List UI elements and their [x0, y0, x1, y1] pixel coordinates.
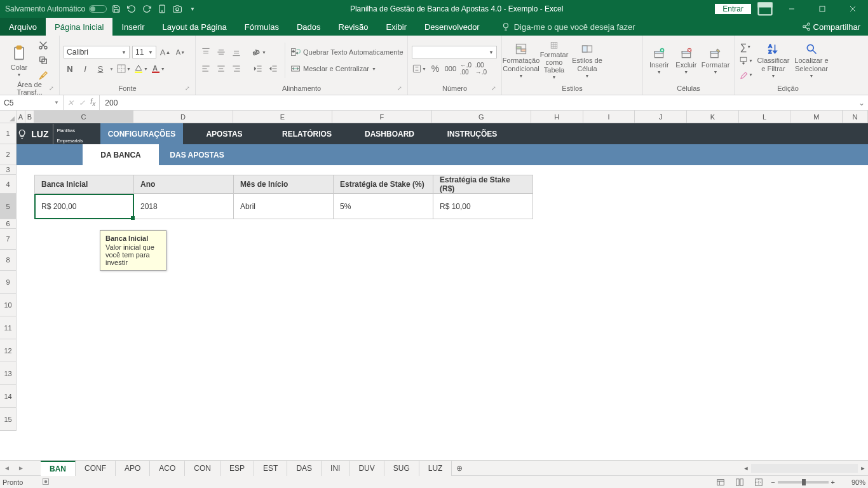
tab-formulas[interactable]: Fórmulas — [236, 18, 288, 36]
autosum-icon[interactable]: ∑▼ — [738, 40, 753, 53]
bold-button[interactable]: N — [64, 62, 76, 75]
tab-layout[interactable]: Layout da Página — [154, 18, 236, 36]
tab-developer[interactable]: Desenvolvedor — [416, 18, 489, 36]
clipboard-launcher[interactable]: ⤢ — [49, 85, 54, 92]
increase-decimal-icon[interactable]: ←.0.00 — [459, 62, 472, 75]
undo-icon[interactable] — [126, 3, 137, 15]
scroll-right-icon[interactable]: ► — [858, 465, 868, 471]
zoom-slider[interactable]: − + — [771, 478, 835, 486]
sheet-tab[interactable]: DAS — [287, 461, 322, 476]
cfg-cell-mes[interactable]: Abril — [234, 194, 334, 219]
cell-styles-button[interactable]: Estilos de Célula▼ — [572, 41, 602, 79]
align-right-icon[interactable] — [230, 62, 243, 75]
subnav-das-apostas[interactable]: DAS APOSTAS — [159, 144, 235, 165]
alignment-launcher[interactable]: ⤢ — [397, 85, 402, 92]
nav-apostas[interactable]: APOSTAS — [183, 123, 266, 144]
row-header[interactable]: 6 — [0, 219, 17, 229]
comma-format-icon[interactable]: 000 — [444, 62, 457, 75]
percent-format-icon[interactable]: % — [429, 62, 442, 75]
col-header[interactable]: M — [790, 111, 843, 123]
decrease-indent-icon[interactable] — [252, 62, 264, 75]
copy-icon[interactable] — [37, 54, 50, 67]
close-button[interactable] — [840, 0, 865, 18]
increase-indent-icon[interactable] — [267, 62, 280, 75]
sheet-nav-next-icon[interactable]: ► — [14, 461, 28, 476]
cfg-cell-stake-rs[interactable]: R$ 10,00 — [433, 194, 533, 219]
fill-color-icon[interactable]: ▼ — [133, 62, 148, 75]
cfg-cell-stake-pct[interactable]: 5% — [334, 194, 433, 219]
nav-instrucoes[interactable]: INSTRUÇÕES — [431, 123, 513, 144]
merge-center-button[interactable]: Mesclar e Centralizar ▼ — [290, 62, 403, 75]
redo-icon[interactable] — [141, 3, 153, 15]
sort-filter-button[interactable]: AZ Classificar e Filtrar▼ — [756, 41, 791, 79]
row-header[interactable]: 3 — [0, 165, 17, 175]
sheet-tab[interactable]: EST — [254, 461, 287, 476]
col-header[interactable]: G — [432, 111, 531, 123]
row-header[interactable]: 13 — [0, 362, 17, 385]
touch-mode-icon[interactable] — [156, 3, 168, 15]
borders-icon[interactable]: ▼ — [116, 62, 131, 75]
align-left-icon[interactable] — [200, 62, 212, 75]
font-launcher[interactable]: ⤢ — [185, 85, 190, 92]
sheet-tab[interactable]: SUG — [384, 461, 419, 476]
underline-button[interactable]: S — [94, 62, 107, 75]
tab-view[interactable]: Exibir — [377, 18, 416, 36]
col-header[interactable]: I — [583, 111, 635, 123]
ribbon-display-options-icon[interactable] — [756, 3, 774, 15]
expand-formula-bar-icon[interactable]: ⌄ — [855, 95, 868, 110]
zoom-in-icon[interactable]: + — [831, 478, 835, 486]
col-header[interactable]: J — [635, 111, 687, 123]
row-header[interactable]: 14 — [0, 385, 17, 408]
maximize-button[interactable] — [810, 0, 835, 18]
wrap-text-button[interactable]: ab Quebrar Texto Automaticamente — [290, 46, 403, 58]
col-header[interactable]: F — [332, 111, 431, 123]
row-header[interactable]: 5 — [0, 194, 17, 219]
row-header[interactable]: 1 — [0, 123, 17, 144]
number-launcher[interactable]: ⤢ — [491, 85, 496, 92]
sheet-tab[interactable]: ACO — [150, 461, 185, 476]
sheet-tab[interactable]: ESP — [220, 461, 254, 476]
format-painter-icon[interactable] — [37, 69, 50, 82]
page-layout-view-icon[interactable] — [733, 477, 747, 487]
row-header[interactable]: 4 — [0, 175, 17, 194]
align-center-icon[interactable] — [215, 62, 227, 75]
qat-more-icon[interactable]: ▼ — [187, 3, 198, 15]
col-header[interactable]: E — [233, 111, 332, 123]
row-header[interactable]: 8 — [0, 250, 17, 271]
new-sheet-button[interactable]: ⊕ — [452, 464, 467, 473]
name-box[interactable]: C5▼ — [0, 95, 64, 110]
row-header[interactable]: 9 — [0, 271, 17, 294]
formula-input[interactable]: 200 — [100, 95, 855, 110]
nav-dashboard[interactable]: DASHBOARD — [348, 123, 431, 144]
sheet-tab[interactable]: APO — [116, 461, 150, 476]
align-middle-icon[interactable] — [215, 46, 227, 58]
clear-icon[interactable]: ▼ — [738, 68, 753, 81]
conditional-formatting-button[interactable]: Formatação Condicional▼ — [506, 41, 536, 79]
row-header[interactable]: 10 — [0, 294, 17, 316]
col-header[interactable]: B — [25, 111, 34, 123]
cfg-cell-banca-inicial[interactable]: R$ 200,00 — [34, 194, 134, 219]
sheet-tab[interactable]: LUZ — [419, 461, 452, 476]
row-header[interactable]: 11 — [0, 316, 17, 339]
align-bottom-icon[interactable] — [230, 46, 243, 58]
tab-data[interactable]: Dados — [288, 18, 330, 36]
tab-review[interactable]: Revisão — [330, 18, 377, 36]
col-header[interactable]: H — [531, 111, 583, 123]
enter-formula-icon[interactable]: ✓ — [79, 98, 85, 107]
macro-record-icon[interactable] — [42, 478, 50, 487]
tab-home[interactable]: Página Inicial — [46, 18, 112, 36]
sheet-tab[interactable]: INI — [322, 461, 349, 476]
tab-insert[interactable]: Inserir — [112, 18, 153, 36]
accounting-format-icon[interactable]: ▼ — [412, 62, 426, 75]
sheet-tab[interactable]: CONF — [76, 461, 116, 476]
page-break-view-icon[interactable] — [752, 477, 766, 487]
col-header[interactable]: D — [133, 111, 233, 123]
nav-configuracoes[interactable]: CONFIGURAÇÕES — [100, 123, 183, 144]
save-icon[interactable] — [111, 3, 122, 15]
share-button[interactable]: Compartilhar — [794, 18, 868, 36]
file-tab[interactable]: Arquivo — [0, 18, 46, 36]
sheet-tab[interactable]: BAN — [41, 461, 76, 476]
cut-icon[interactable] — [37, 39, 50, 51]
sheet-nav-prev-icon[interactable]: ◄ — [0, 461, 14, 476]
font-size-select[interactable]: 11▼ — [132, 46, 156, 58]
